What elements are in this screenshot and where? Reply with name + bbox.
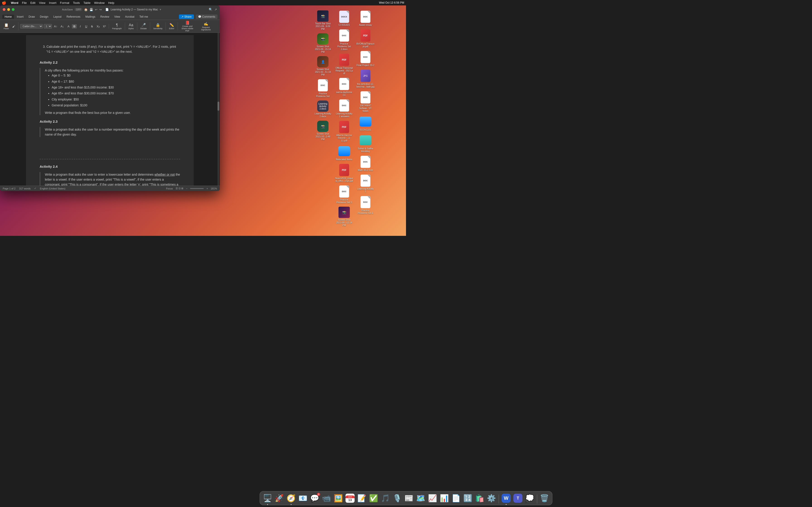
title-dropdown[interactable]: ▾ [160,8,161,11]
tab-tell-me[interactable]: Tell me [137,15,150,19]
share-title-icon[interactable]: ↗ [214,8,217,11]
strikethrough-button[interactable]: S̶ [90,24,95,29]
desktop-icon-final-project[interactable]: DOC Final Project 20-2 [355,50,376,68]
desktop-icon-la1[interactable]: DOC Learning Activity 1 [355,173,376,194]
ordered-list-item3: Calculate and print the roots (if any). … [40,44,180,54]
desktop-icon-jpg[interactable]: JPG the-definitive-12-best-hai...fade.jp… [355,69,376,89]
increase-font-button[interactable]: A↑ [53,24,58,29]
subscript-button[interactable]: X₂ [95,24,101,29]
desktop-icon-award-essay[interactable]: DOC Award essay [355,9,376,27]
format-menu[interactable]: Format [60,1,69,5]
search-icon[interactable]: 🔍 [209,8,212,11]
editor-button[interactable]: ✏️ Editor [168,22,176,30]
desktop-icon-screenshot-2[interactable]: 📸 Screen Shot 2021-09...15.14 PM [313,33,333,54]
window-menu[interactable]: Window [94,1,104,5]
autosave-toggle[interactable]: OFF [74,8,82,11]
desktop-icon-pps[interactable]: DOC Practice Problems Set [313,78,333,99]
desktop-icon-screenshot-1[interactable]: 📸 Screen Shot 2021-09...12.14 PM [334,206,354,228]
desktop-icon-pps1[interactable]: DOC Practice Problems Set 1 [355,195,376,216]
scrollbar-thumb[interactable] [217,102,219,111]
redo-icon[interactable]: ↪ [99,8,102,11]
insert-menu[interactable]: Insert [49,1,56,5]
desktop-icon-ci-issues[interactable]: DOCX CI ISSUES [334,9,354,27]
language[interactable]: English (United States) [40,187,65,190]
share-button[interactable]: ↗ Share [179,14,194,19]
format-painter-button[interactable]: 🖌 [11,24,16,29]
desktop-icon-bv-transcript[interactable]: PDF BVOfficialTranscript.pdf [355,28,376,49]
tab-view[interactable]: View [112,15,122,19]
paragraph-button[interactable]: ¶ Paragraph [111,22,123,30]
dictate-button[interactable]: 🎤 Dictate [139,22,148,30]
file-menu[interactable]: File [22,1,27,5]
apple-menu-icon[interactable]: 🍎 [2,1,6,5]
styles-button[interactable]: Aa Styles [127,22,135,30]
saima-icon: DOC [338,78,351,90]
zoom-level[interactable]: 181% [211,187,217,190]
styles-group: Aa Styles [127,22,137,30]
desktop-icon-saima[interactable]: DOC saima-dayhome (1) [334,77,354,97]
nav-icon[interactable]: 🏠 [84,8,88,11]
desktop-icon-relocated[interactable]: Relocated Items [334,144,354,162]
tab-review[interactable]: Review [98,15,111,19]
titlebar-center: AutoSave OFF 🏠 💾 ↩ ↪ 📄 Learning Activity… [16,8,207,11]
tab-draw[interactable]: Draw [26,15,37,19]
help-menu[interactable]: Help [108,1,114,5]
desktop-icon-la2-doc[interactable]: Learning Activity 2.docx Learning Activi… [313,100,333,119]
underline-button[interactable]: U [84,24,89,29]
fullscreen-button[interactable] [12,8,14,11]
desktop-icon-screenshot-4[interactable]: 📸 Screen Shot 2021-10...2.48 PM [313,120,333,142]
touch-bar-shot-label: Touch Bar Shot 2021-09...9.09 PM [314,22,332,31]
table-menu[interactable]: Table [83,1,90,5]
ribbon-toolbar: 📋 Paste 🖌 Calibri (Bo... 12 A↑ A↓ A B [0,20,220,33]
desktop-icon-softwar-notes[interactable]: DOC 108749847 Softwar...VC Notes [355,90,376,113]
desktop-icon-hkashif[interactable]: PDF hkashif559_request_offici...cript.pd… [334,163,354,183]
tab-home[interactable]: Home [2,15,14,19]
decrease-font-button[interactable]: A↓ [59,24,65,29]
desktop-icon-la1-answers[interactable]: DOC Learning Activity 1 answers [334,98,354,119]
desktop-icon-pps2[interactable]: DOC Practice Problems Set 2.docx [334,28,354,52]
desktop-icon-sodv1101[interactable]: SODV1101 [355,114,376,132]
request-sig-button[interactable]: ✍️ Request Signatures [196,21,216,32]
create-adobe-button[interactable]: 📕 Create and Share Adobe PDF [180,20,195,33]
la1-answers-label: Learning Activity 1 answers [335,112,353,118]
document-scrollbar[interactable] [217,33,219,186]
tab-layout[interactable]: Layout [51,15,64,19]
tools-menu[interactable]: Tools [73,1,80,5]
format-clear-button[interactable]: A [66,24,71,29]
close-button[interactable] [3,8,5,11]
focus-label[interactable]: Focus [166,187,173,190]
font-size-selector[interactable]: 12 [44,24,52,29]
desktop-icon-official-transcript[interactable]: PDF Official Transcript Request...2021.p… [334,53,354,76]
italic-button[interactable]: I [78,24,83,29]
desktop-icon-math-note[interactable]: DOC Math 30-2 note [355,155,376,172]
superscript-button[interactable]: X² [102,24,107,29]
tab-mailings[interactable]: Mailings [83,15,98,19]
sensitivity-button[interactable]: 🔒 Sensitivity [152,22,164,30]
desktop-icon-touch-bar-shot[interactable]: 📸 Touch Bar Shot 2021-09...9.09 PM [313,9,333,32]
app-name[interactable]: Word [11,1,18,5]
tab-insert[interactable]: Insert [14,15,26,19]
zoom-out-icon[interactable]: − [186,187,187,190]
desktop-icon-screenshot-3[interactable]: 👤 Screen Shot 2021-02...51.18 PM [313,55,333,77]
zoom-in-icon[interactable]: + [206,187,208,190]
edit-menu[interactable]: Edit [30,1,35,5]
desktop-icon-pps3[interactable]: DOC Practice Problems Set 3 [334,184,354,205]
undo-icon[interactable]: ↩ [95,8,97,11]
minimize-button[interactable] [7,8,10,11]
zoom-slider[interactable] [190,188,204,189]
desktop-icon-wedding[interactable]: Sohail & Sailha Wedding [355,133,376,154]
desktop-icon-alberta-vaccine[interactable]: PDF Alberta Vaccine Record -...1-11.pdf [334,120,354,143]
document-area[interactable]: Calculate and print the roots (if any). … [0,33,220,186]
comments-button[interactable]: 💬 Comments [196,14,217,19]
ci-issues-label: CI ISSUES [339,24,350,26]
adobe-group: 📕 Create and Share Adobe PDF ✍️ Request … [180,20,217,33]
tab-references[interactable]: References [64,15,83,19]
bold-button[interactable]: B [72,24,77,29]
save-icon[interactable]: 💾 [90,8,93,11]
tab-design[interactable]: Design [38,15,51,19]
tab-acrobat[interactable]: Acrobat [123,15,137,19]
paste-button[interactable]: 📋 Paste [2,22,10,30]
view-menu[interactable]: View [39,1,45,5]
math-note-icon: DOC [359,156,372,168]
font-selector[interactable]: Calibri (Bo... [20,24,43,29]
